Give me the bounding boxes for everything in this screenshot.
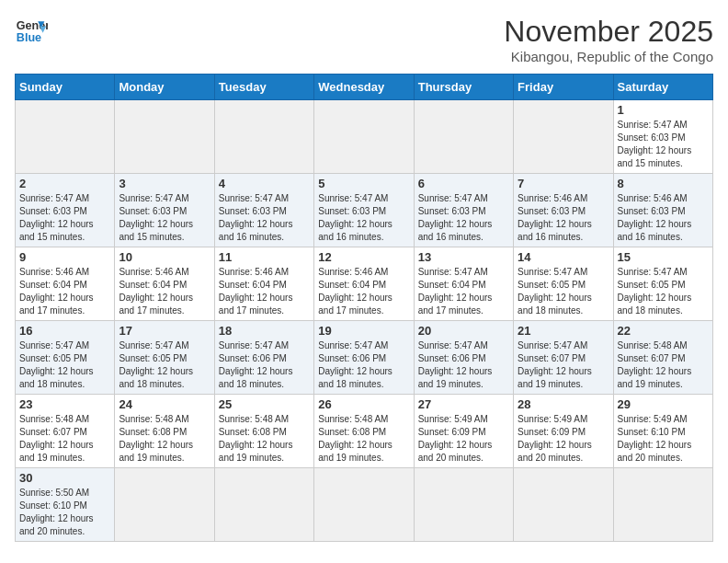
day-number: 20 [418,324,509,338]
calendar-table: Sunday Monday Tuesday Wednesday Thursday… [15,74,713,542]
calendar-cell [214,468,313,542]
day-info: Sunrise: 5:46 AM Sunset: 6:03 PM Dayligh… [518,192,609,244]
calendar-cell: 2Sunrise: 5:47 AM Sunset: 6:03 PM Daylig… [16,174,115,247]
calendar-cell: 3Sunrise: 5:47 AM Sunset: 6:03 PM Daylig… [115,174,214,247]
page-header: General Blue November 2025 Kibangou, Rep… [15,15,713,64]
header-thursday: Thursday [414,75,513,100]
day-info: Sunrise: 5:46 AM Sunset: 6:04 PM Dayligh… [19,266,110,317]
calendar-cell: 23Sunrise: 5:48 AM Sunset: 6:07 PM Dayli… [16,395,115,468]
calendar-cell: 30Sunrise: 5:50 AM Sunset: 6:10 PM Dayli… [16,468,115,542]
day-number: 3 [119,177,210,190]
calendar-cell: 17Sunrise: 5:47 AM Sunset: 6:05 PM Dayli… [115,321,214,395]
day-number: 5 [318,177,409,190]
day-number: 14 [518,250,609,264]
day-number: 27 [418,397,509,411]
calendar-cell [314,468,414,542]
calendar-cell: 26Sunrise: 5:48 AM Sunset: 6:08 PM Dayli… [314,395,414,468]
calendar-cell [414,468,513,542]
location-subtitle: Kibangou, Republic of the Congo [504,49,713,64]
calendar-cell [16,100,115,174]
calendar-cell: 27Sunrise: 5:49 AM Sunset: 6:09 PM Dayli… [414,395,513,468]
calendar-cell: 22Sunrise: 5:48 AM Sunset: 6:07 PM Dayli… [613,321,712,395]
calendar-week-3: 9Sunrise: 5:46 AM Sunset: 6:04 PM Daylig… [16,247,713,321]
day-number: 6 [418,177,509,190]
day-number: 1 [618,103,709,117]
header-sunday: Sunday [16,75,115,100]
day-info: Sunrise: 5:47 AM Sunset: 6:03 PM Dayligh… [19,192,110,244]
calendar-cell: 25Sunrise: 5:48 AM Sunset: 6:08 PM Dayli… [214,395,313,468]
calendar-cell [115,468,214,542]
calendar-cell: 10Sunrise: 5:46 AM Sunset: 6:04 PM Dayli… [115,247,214,321]
day-info: Sunrise: 5:50 AM Sunset: 6:10 PM Dayligh… [19,487,110,538]
calendar-week-1: 1Sunrise: 5:47 AM Sunset: 6:03 PM Daylig… [16,100,713,174]
day-number: 18 [219,324,310,338]
calendar-week-2: 2Sunrise: 5:47 AM Sunset: 6:03 PM Daylig… [16,174,713,247]
day-number: 8 [618,177,709,190]
logo: General Blue [15,15,48,48]
calendar-cell [115,100,214,174]
calendar-cell: 13Sunrise: 5:47 AM Sunset: 6:04 PM Dayli… [414,247,513,321]
calendar-cell: 8Sunrise: 5:46 AM Sunset: 6:03 PM Daylig… [613,174,712,247]
day-number: 12 [318,250,409,264]
calendar-cell [214,100,313,174]
calendar-week-5: 23Sunrise: 5:48 AM Sunset: 6:07 PM Dayli… [16,395,713,468]
calendar-cell: 20Sunrise: 5:47 AM Sunset: 6:06 PM Dayli… [414,321,513,395]
calendar-cell: 1Sunrise: 5:47 AM Sunset: 6:03 PM Daylig… [613,100,712,174]
day-info: Sunrise: 5:46 AM Sunset: 6:04 PM Dayligh… [219,266,310,317]
day-number: 28 [518,397,609,411]
day-number: 9 [19,250,110,264]
day-number: 26 [318,397,409,411]
day-number: 30 [19,471,110,485]
calendar-cell: 5Sunrise: 5:47 AM Sunset: 6:03 PM Daylig… [314,174,414,247]
day-info: Sunrise: 5:47 AM Sunset: 6:03 PM Dayligh… [418,192,509,244]
day-info: Sunrise: 5:47 AM Sunset: 6:05 PM Dayligh… [518,266,609,317]
day-number: 19 [318,324,409,338]
calendar-cell: 11Sunrise: 5:46 AM Sunset: 6:04 PM Dayli… [214,247,313,321]
day-info: Sunrise: 5:48 AM Sunset: 6:07 PM Dayligh… [19,413,110,465]
day-number: 10 [119,250,210,264]
month-year-title: November 2025 [504,15,713,49]
calendar-cell [414,100,513,174]
weekday-header-row: Sunday Monday Tuesday Wednesday Thursday… [16,75,713,100]
calendar-cell: 28Sunrise: 5:49 AM Sunset: 6:09 PM Dayli… [514,395,613,468]
title-area: November 2025 Kibangou, Republic of the … [504,15,713,64]
header-tuesday: Tuesday [214,75,313,100]
calendar-cell: 16Sunrise: 5:47 AM Sunset: 6:05 PM Dayli… [16,321,115,395]
calendar-cell [514,100,613,174]
day-info: Sunrise: 5:46 AM Sunset: 6:04 PM Dayligh… [119,266,210,317]
calendar-cell: 24Sunrise: 5:48 AM Sunset: 6:08 PM Dayli… [115,395,214,468]
calendar-cell: 9Sunrise: 5:46 AM Sunset: 6:04 PM Daylig… [16,247,115,321]
day-info: Sunrise: 5:47 AM Sunset: 6:03 PM Dayligh… [119,192,210,244]
calendar-cell: 7Sunrise: 5:46 AM Sunset: 6:03 PM Daylig… [514,174,613,247]
svg-text:Blue: Blue [17,31,41,44]
day-info: Sunrise: 5:47 AM Sunset: 6:03 PM Dayligh… [318,192,409,244]
calendar-cell: 6Sunrise: 5:47 AM Sunset: 6:03 PM Daylig… [414,174,513,247]
header-friday: Friday [514,75,613,100]
header-monday: Monday [115,75,214,100]
calendar-cell [514,468,613,542]
calendar-cell: 12Sunrise: 5:46 AM Sunset: 6:04 PM Dayli… [314,247,414,321]
calendar-cell: 19Sunrise: 5:47 AM Sunset: 6:06 PM Dayli… [314,321,414,395]
day-info: Sunrise: 5:47 AM Sunset: 6:05 PM Dayligh… [119,339,210,391]
day-info: Sunrise: 5:47 AM Sunset: 6:07 PM Dayligh… [518,339,609,391]
day-info: Sunrise: 5:48 AM Sunset: 6:08 PM Dayligh… [119,413,210,465]
day-number: 22 [618,324,709,338]
day-info: Sunrise: 5:47 AM Sunset: 6:06 PM Dayligh… [418,339,509,391]
calendar-cell: 21Sunrise: 5:47 AM Sunset: 6:07 PM Dayli… [514,321,613,395]
calendar-week-4: 16Sunrise: 5:47 AM Sunset: 6:05 PM Dayli… [16,321,713,395]
calendar-cell [314,100,414,174]
day-info: Sunrise: 5:49 AM Sunset: 6:09 PM Dayligh… [418,413,509,465]
day-info: Sunrise: 5:48 AM Sunset: 6:08 PM Dayligh… [219,413,310,465]
day-number: 25 [219,397,310,411]
day-number: 17 [119,324,210,338]
day-info: Sunrise: 5:47 AM Sunset: 6:06 PM Dayligh… [318,339,409,391]
day-number: 23 [19,397,110,411]
day-info: Sunrise: 5:47 AM Sunset: 6:06 PM Dayligh… [219,339,310,391]
header-wednesday: Wednesday [314,75,414,100]
day-number: 15 [618,250,709,264]
day-number: 13 [418,250,509,264]
logo-icon: General Blue [15,15,48,48]
day-number: 24 [119,397,210,411]
day-number: 21 [518,324,609,338]
day-number: 29 [618,397,709,411]
